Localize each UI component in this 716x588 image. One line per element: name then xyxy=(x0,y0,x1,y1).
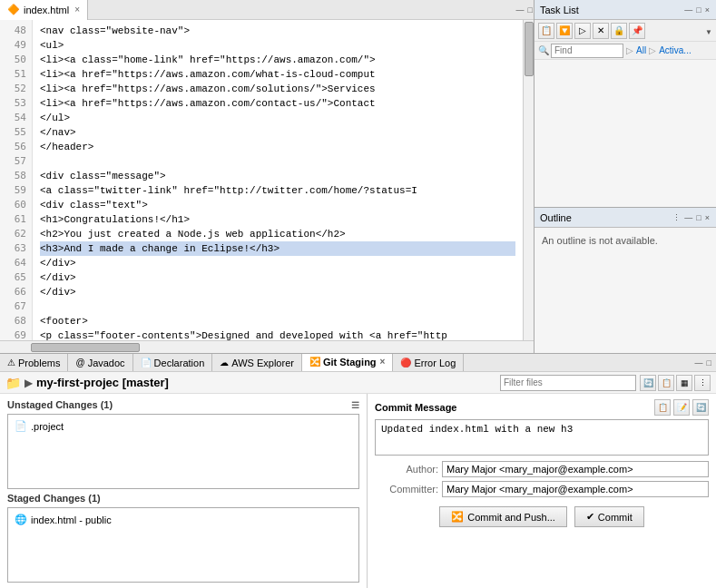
filter-sep: ▷ xyxy=(626,45,633,55)
commit-header-icons: 📋 📝 🔄 xyxy=(654,399,709,416)
staged-file-item[interactable]: 🌐index.html - public xyxy=(12,512,355,527)
task-pin-btn[interactable]: 📌 xyxy=(629,23,645,39)
tab-git-label: Git Staging xyxy=(323,357,377,368)
task-lock-btn[interactable]: 🔒 xyxy=(611,23,627,39)
task-list-title: Task List xyxy=(540,5,579,15)
git-columns: Unstaged Changes (1) ☰ 📄.project Staged … xyxy=(0,394,716,588)
main-container: 🔶 index.html × — □ 484950515253545556575… xyxy=(0,0,716,588)
commit-header: Commit Message 📋 📝 🔄 xyxy=(375,399,709,416)
git-toolbar: 📁 ▶ my-first-projec [master] 🔄 📋 ▦ ⋮ xyxy=(0,372,716,394)
git-filter-btn2[interactable]: 📋 xyxy=(658,375,674,391)
outline-title: Outline xyxy=(540,212,572,223)
task-filter-btn[interactable]: 🔽 xyxy=(556,23,573,39)
task-new-btn[interactable]: 📋 xyxy=(538,23,554,39)
git-filter-btn1[interactable]: 🔄 xyxy=(640,375,656,391)
tab-javadoc[interactable]: @ Javadoc xyxy=(68,354,132,372)
bottom-maximize[interactable]: □ xyxy=(706,358,712,368)
committer-value: Mary Major <mary_major@example.com> xyxy=(442,481,709,497)
commit-message-box[interactable]: Updated index.html with a new h3 xyxy=(375,419,709,456)
git-filter-btn3[interactable]: ▦ xyxy=(676,375,692,391)
task-collapse-btn[interactable]: ▷ xyxy=(574,23,591,39)
commit-icon3[interactable]: 🔄 xyxy=(692,399,709,416)
maximize-editor-btn[interactable]: □ xyxy=(527,5,534,15)
task-toolbar: 📋 🔽 ▷ ✕ 🔒 📌 ▼ xyxy=(535,20,716,42)
commit-push-label: Commit and Push... xyxy=(467,512,555,523)
minimize-editor-btn[interactable]: — xyxy=(515,5,525,15)
task-list-minimize[interactable]: — xyxy=(683,5,693,15)
file-name: .project xyxy=(31,421,64,432)
task-expand-arrow[interactable]: ▼ xyxy=(705,28,712,36)
filter-all-link[interactable]: All xyxy=(636,45,646,55)
tab-problems[interactable]: ⚠ Problems xyxy=(0,354,68,372)
editor-tab-label: index.html xyxy=(24,5,69,15)
commit-buttons: 🔀 Commit and Push... ✔ Commit xyxy=(375,506,709,527)
tab-declaration[interactable]: 📄 Declaration xyxy=(133,354,213,372)
line-numbers: 4849505152535455565758596061626364656667… xyxy=(0,20,33,340)
git-filter-btn4[interactable]: ⋮ xyxy=(694,375,711,391)
outline-pane: Outline ⋮ — □ × An outline is not availa… xyxy=(535,208,716,353)
code-area[interactable]: <nav class="website-nav"> <ul> <li><a cl… xyxy=(33,20,523,340)
unstaged-file-item[interactable]: 📄.project xyxy=(12,418,355,434)
bottom-tabs: ⚠ Problems @ Javadoc 📄 Declaration ☁ AWS… xyxy=(0,354,716,588)
commit-icon1[interactable]: 📋 xyxy=(654,399,671,416)
tab-git-staging[interactable]: 🔀 Git Staging × xyxy=(302,354,394,372)
committer-label: Committer: xyxy=(375,484,438,495)
git-right-panel: Commit Message 📋 📝 🔄 Updated index.html … xyxy=(368,394,716,588)
tab-javadoc-label: Javadoc xyxy=(88,358,125,368)
commit-button[interactable]: ✔ Commit xyxy=(574,506,644,527)
commit-icon2[interactable]: 📝 xyxy=(673,399,690,416)
git-title: 📁 ▶ my-first-projec [master] xyxy=(5,376,169,390)
right-panel: Task List — □ × 📋 🔽 ▷ ✕ 🔒 📌 ▼ xyxy=(535,0,716,353)
file-icon: 📄 xyxy=(15,420,27,432)
scroll-thumb-v[interactable] xyxy=(525,22,534,76)
commit-header-title: Commit Message xyxy=(375,402,456,413)
task-list-controls: — □ × xyxy=(683,5,711,15)
outline-maximize[interactable]: □ xyxy=(695,212,701,223)
bottom-minimize[interactable]: — xyxy=(694,358,704,368)
git-icon: 🔀 xyxy=(309,357,320,367)
tab-aws-label: AWS Explorer xyxy=(231,358,294,368)
git-filter-input[interactable] xyxy=(500,375,636,391)
editor-tab-close[interactable]: × xyxy=(74,5,80,15)
task-list-maximize[interactable]: □ xyxy=(695,5,701,15)
bottom-tabs-controls: — □ xyxy=(694,358,716,368)
editor-tab[interactable]: 🔶 index.html × xyxy=(0,0,88,20)
task-list-close[interactable]: × xyxy=(704,5,711,15)
tab-problems-label: Problems xyxy=(18,358,60,368)
tab-aws-explorer[interactable]: ☁ AWS Explorer xyxy=(212,354,302,372)
git-staging-content: 📁 ▶ my-first-projec [master] 🔄 📋 ▦ ⋮ xyxy=(0,372,716,588)
scroll-thumb-h[interactable] xyxy=(31,343,140,352)
tab-error-log[interactable]: 🔴 Error Log xyxy=(393,354,464,372)
author-label: Author: xyxy=(375,464,438,475)
task-delete-btn[interactable]: ✕ xyxy=(593,23,609,39)
outline-menu-btn[interactable]: ⋮ xyxy=(672,212,682,223)
editor-content: 4849505152535455565758596061626364656667… xyxy=(0,20,534,340)
editor-pane: 🔶 index.html × — □ 484950515253545556575… xyxy=(0,0,535,353)
commit-icon: ✔ xyxy=(586,511,594,523)
git-project-name: my-first-projec [master] xyxy=(36,376,169,389)
unstaged-file-list[interactable]: 📄.project xyxy=(7,414,359,489)
filter-sep2: ▷ xyxy=(649,45,656,55)
search-icon: 🔍 xyxy=(538,45,549,55)
filter-activa-link[interactable]: Activa... xyxy=(659,45,691,55)
editor-scrollbar-v[interactable] xyxy=(523,20,534,340)
git-tab-close[interactable]: × xyxy=(380,357,386,367)
error-icon: 🔴 xyxy=(400,358,411,368)
commit-and-push-button[interactable]: 🔀 Commit and Push... xyxy=(439,506,567,527)
task-filter-input[interactable] xyxy=(551,44,623,58)
tab-error-label: Error Log xyxy=(414,358,456,368)
unstaged-section: Unstaged Changes (1) ☰ 📄.project xyxy=(7,399,359,489)
file-icon: 🌐 xyxy=(15,514,27,525)
tab-declaration-label: Declaration xyxy=(154,358,205,368)
staged-file-list[interactable]: 🌐index.html - public xyxy=(7,507,359,583)
outline-minimize[interactable]: — xyxy=(683,212,693,223)
unstaged-sort-icon[interactable]: ☰ xyxy=(351,400,359,410)
editor-scrollbar-h[interactable] xyxy=(0,340,534,353)
file-name: index.html - public xyxy=(31,514,112,525)
commit-fields: Author: Mary Major <mary_major@example.c… xyxy=(375,461,709,497)
task-filter-bar: 🔍 ▷ All ▷ Activa... xyxy=(535,42,716,60)
editor-tab-controls: — □ xyxy=(515,5,534,15)
html-file-icon: 🔶 xyxy=(7,4,20,15)
outline-close[interactable]: × xyxy=(704,212,711,223)
editor-tab-bar: 🔶 index.html × — □ xyxy=(0,0,534,20)
